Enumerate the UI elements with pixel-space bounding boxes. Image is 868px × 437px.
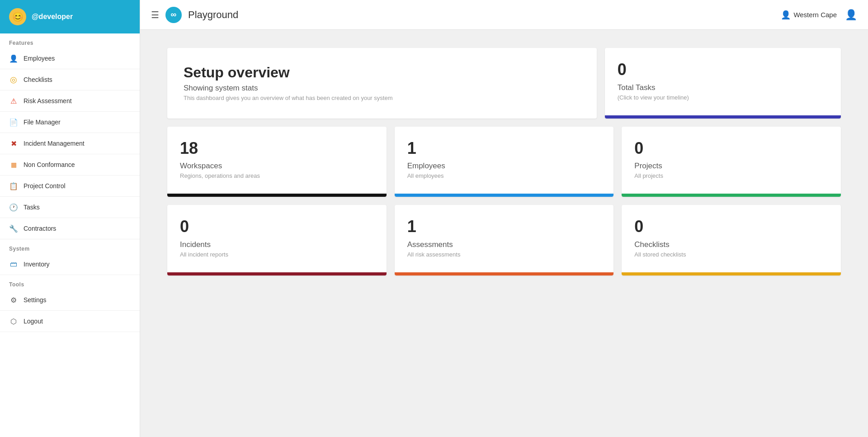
menu-icon[interactable]: ☰ bbox=[151, 10, 159, 20]
topbar-right: 👤 Western Cape 👤 bbox=[781, 9, 857, 21]
sidebar-item-contractors[interactable]: 🔧 Contractors bbox=[0, 218, 140, 239]
total-tasks-label: Total Tasks bbox=[618, 83, 828, 92]
sidebar-item-label: Logout bbox=[24, 318, 43, 325]
clock-icon: 🕐 bbox=[9, 203, 18, 212]
warning-icon: ⚠ bbox=[9, 96, 18, 105]
tools-section-label: Tools bbox=[0, 275, 140, 290]
sidebar-item-inventory[interactable]: 🗃 Inventory bbox=[0, 254, 140, 275]
location-selector[interactable]: 👤 Western Cape bbox=[781, 10, 837, 20]
employees-label: Employees bbox=[407, 162, 601, 171]
employees-card[interactable]: 1 Employees All employees bbox=[395, 127, 614, 197]
assessments-description: All risk assessments bbox=[407, 251, 601, 260]
logo-symbol: ∞ bbox=[171, 10, 177, 19]
sidebar-header: 😊 @developer bbox=[0, 0, 140, 33]
assessments-bar bbox=[395, 272, 614, 276]
logout-icon: ⬡ bbox=[9, 317, 18, 326]
workspaces-card[interactable]: 18 Workspaces Regions, operations and ar… bbox=[167, 127, 387, 197]
inventory-icon: 🗃 bbox=[9, 260, 18, 269]
checklists-label: Checklists bbox=[634, 240, 828, 249]
sidebar-item-incident-management[interactable]: ✖ Incident Management bbox=[0, 133, 140, 154]
workspaces-count: 18 bbox=[180, 139, 374, 157]
app-name: Playground bbox=[188, 9, 238, 21]
sidebar-item-tasks[interactable]: 🕐 Tasks bbox=[0, 197, 140, 218]
features-section-label: Features bbox=[0, 33, 140, 48]
overview-title: Setup overview bbox=[184, 64, 580, 81]
overview-description: This dashboard gives you an overview of … bbox=[184, 95, 580, 101]
workspaces-label: Workspaces bbox=[180, 162, 374, 171]
top-row: Setup overview Showing system stats This… bbox=[167, 48, 841, 119]
incident-icon: ✖ bbox=[9, 139, 18, 148]
sidebar-item-label: Checklists bbox=[24, 76, 52, 83]
location-icon: 👤 bbox=[781, 10, 791, 20]
total-tasks-bar bbox=[605, 115, 841, 119]
sidebar: 😊 @developer Features 👤 Employees ◎ Chec… bbox=[0, 0, 140, 437]
workspaces-bar bbox=[167, 194, 387, 197]
sidebar-item-employees[interactable]: 👤 Employees bbox=[0, 48, 140, 69]
checklist-icon: ◎ bbox=[9, 75, 18, 84]
sidebar-item-label: File Manager bbox=[24, 119, 61, 126]
incidents-description: All incident reports bbox=[180, 251, 374, 260]
wrench-icon: 🔧 bbox=[9, 224, 18, 233]
sidebar-item-logout[interactable]: ⬡ Logout bbox=[0, 311, 140, 332]
system-section-label: System bbox=[0, 239, 140, 254]
incidents-label: Incidents bbox=[180, 240, 374, 249]
incidents-bar bbox=[167, 272, 387, 276]
location-label: Western Cape bbox=[793, 11, 837, 19]
topbar: ☰ ∞ Playground 👤 Western Cape 👤 bbox=[140, 0, 868, 30]
checklists-description: All stored checklists bbox=[634, 251, 828, 260]
sidebar-item-settings[interactable]: ⚙ Settings bbox=[0, 290, 140, 311]
sidebar-item-label: Settings bbox=[24, 296, 47, 304]
file-icon: 📄 bbox=[9, 118, 18, 127]
sidebar-item-label: Project Control bbox=[24, 182, 66, 190]
projects-bar bbox=[622, 194, 841, 197]
sidebar-username: @developer bbox=[32, 13, 73, 21]
settings-icon: ⚙ bbox=[9, 295, 18, 304]
main-area: ☰ ∞ Playground 👤 Western Cape 👤 Setup ov… bbox=[140, 0, 868, 437]
projects-card[interactable]: 0 Projects All projects bbox=[622, 127, 841, 197]
sidebar-item-project-control[interactable]: 📋 Project Control bbox=[0, 176, 140, 197]
app-logo: ∞ bbox=[165, 7, 182, 23]
projects-description: All projects bbox=[634, 172, 828, 181]
bottom-row: 0 Incidents All incident reports 1 Asses… bbox=[167, 205, 841, 276]
projects-count: 0 bbox=[634, 139, 828, 157]
sidebar-item-label: Risk Assessment bbox=[24, 97, 72, 104]
employees-bar bbox=[395, 194, 614, 197]
sidebar-item-file-manager[interactable]: 📄 File Manager bbox=[0, 112, 140, 133]
dashboard-content: Setup overview Showing system stats This… bbox=[140, 30, 868, 437]
total-tasks-description: (Click to view your timeline) bbox=[618, 94, 828, 103]
checklists-bar bbox=[622, 272, 841, 276]
sidebar-item-label: Incident Management bbox=[24, 140, 85, 147]
sidebar-item-label: Inventory bbox=[24, 261, 50, 268]
avatar-emoji: 😊 bbox=[12, 11, 24, 22]
person-icon: 👤 bbox=[9, 54, 18, 63]
sidebar-item-checklists[interactable]: ◎ Checklists bbox=[0, 69, 140, 90]
employees-description: All employees bbox=[407, 172, 601, 181]
incidents-count: 0 bbox=[180, 218, 374, 236]
checklists-card[interactable]: 0 Checklists All stored checklists bbox=[622, 205, 841, 276]
assessments-card[interactable]: 1 Assessments All risk assessments bbox=[395, 205, 614, 276]
projects-label: Projects bbox=[634, 162, 828, 171]
project-icon: 📋 bbox=[9, 181, 18, 190]
sidebar-item-non-conformance[interactable]: ▦ Non Conformance bbox=[0, 154, 140, 176]
checklists-count: 0 bbox=[634, 218, 828, 236]
avatar: 😊 bbox=[9, 8, 26, 25]
overview-subtitle: Showing system stats bbox=[184, 84, 580, 93]
sidebar-item-label: Employees bbox=[24, 55, 55, 62]
total-tasks-card[interactable]: 0 Total Tasks (Click to view your timeli… bbox=[605, 48, 841, 119]
assessments-count: 1 bbox=[407, 218, 601, 236]
sidebar-item-label: Tasks bbox=[24, 204, 40, 211]
employees-count: 1 bbox=[407, 139, 601, 157]
sidebar-item-label: Contractors bbox=[24, 225, 56, 232]
user-profile-icon[interactable]: 👤 bbox=[845, 9, 857, 21]
workspaces-description: Regions, operations and areas bbox=[180, 172, 374, 181]
overview-card: Setup overview Showing system stats This… bbox=[167, 48, 597, 119]
total-tasks-count: 0 bbox=[618, 61, 828, 79]
assessments-label: Assessments bbox=[407, 240, 601, 249]
nonconformance-icon: ▦ bbox=[9, 160, 18, 169]
sidebar-item-risk-assessment[interactable]: ⚠ Risk Assessment bbox=[0, 90, 140, 112]
middle-row: 18 Workspaces Regions, operations and ar… bbox=[167, 127, 841, 197]
sidebar-item-label: Non Conformance bbox=[24, 161, 75, 168]
incidents-card[interactable]: 0 Incidents All incident reports bbox=[167, 205, 387, 276]
